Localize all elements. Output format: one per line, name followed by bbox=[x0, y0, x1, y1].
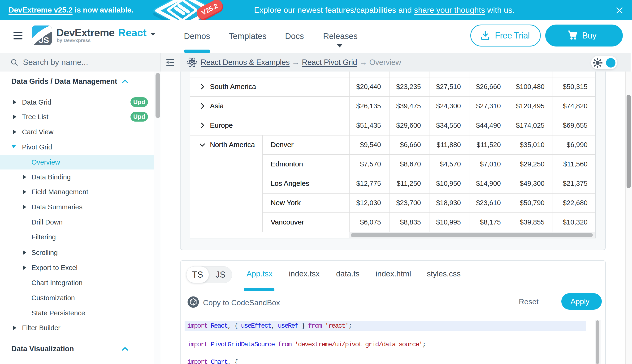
svg-text:JS: JS bbox=[39, 36, 49, 44]
